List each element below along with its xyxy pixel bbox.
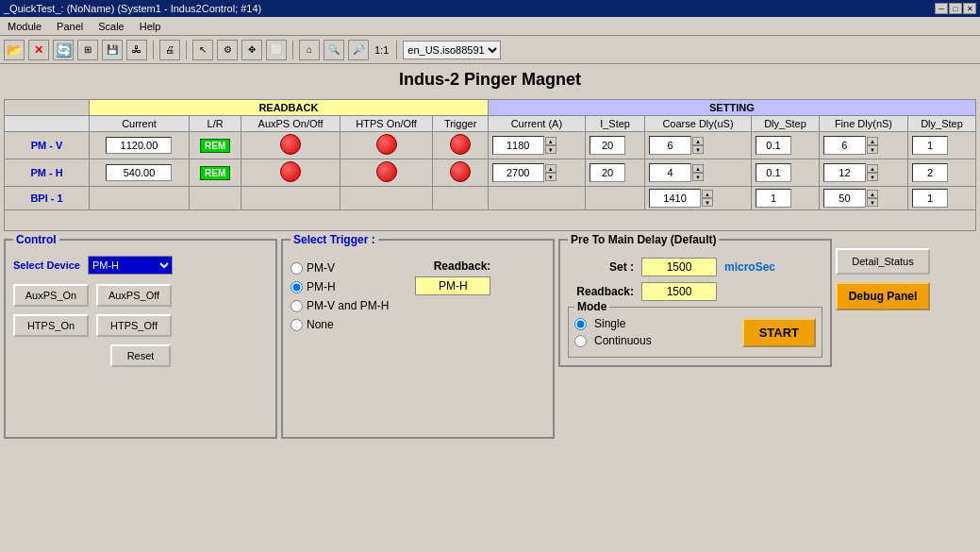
dlystep2-input-bpi1[interactable] <box>912 189 948 208</box>
coarse-down-pmh[interactable]: ▼ <box>692 173 704 181</box>
control-panel-title: Control <box>13 233 59 246</box>
config-button[interactable]: ⚙ <box>217 40 238 60</box>
fine-input-pmh[interactable] <box>823 163 866 182</box>
network-button[interactable]: 🖧 <box>126 40 147 60</box>
fine-arrows-bpi1: ▲ ▼ <box>867 190 878 207</box>
fine-up-pmh[interactable]: ▲ <box>867 164 878 173</box>
fine-down-pmv[interactable]: ▼ <box>867 145 878 154</box>
trigger-none-radio[interactable] <box>291 319 303 331</box>
fine-down-pmh[interactable]: ▼ <box>867 173 878 181</box>
open-button[interactable]: 📂 <box>4 40 25 60</box>
save-button[interactable]: 💾 <box>102 40 123 60</box>
istep-input-pmv[interactable] <box>590 136 625 155</box>
current-up-pmh[interactable]: ▲ <box>545 164 556 173</box>
trigger-readback-value: PM-H <box>415 276 490 295</box>
grid-button[interactable]: ⊞ <box>77 40 98 60</box>
device-select[interactable]: PM-H PM-V BPI-1 <box>88 256 173 275</box>
trigger-pmh <box>433 159 488 187</box>
current-input-pmh[interactable] <box>106 164 172 181</box>
trigger-panel-title: Select Trigger : <box>291 233 378 246</box>
coarse-up-pmh[interactable]: ▲ <box>692 164 704 173</box>
trigger-pmv-radio[interactable] <box>291 262 303 275</box>
locale-select[interactable]: en_US.iso88591 <box>403 41 501 59</box>
menu-module[interactable]: Module <box>4 21 45 32</box>
htps-on-button[interactable]: HTPS_On <box>13 314 89 337</box>
current-input-pmv[interactable] <box>106 137 172 154</box>
fine-input-pmv[interactable] <box>823 136 866 155</box>
menu-scale[interactable]: Scale <box>94 21 128 32</box>
dlystep2-pmh <box>907 159 975 187</box>
window-button[interactable]: ⬜ <box>266 40 287 60</box>
coarse-up-bpi1[interactable]: ▲ <box>702 190 713 198</box>
start-button[interactable]: START <box>742 318 816 347</box>
close-button[interactable]: ✕ <box>963 3 976 14</box>
dlystep1-pmh <box>751 159 819 187</box>
zoom-in-button[interactable]: 🔍 <box>324 40 344 60</box>
menu-help[interactable]: Help <box>136 21 165 32</box>
delay-readback-input[interactable] <box>641 282 717 301</box>
table-row: BPI - 1 ▲ ▼ <box>5 187 976 210</box>
col-coarse: Coarse Dly(uS) <box>645 116 752 132</box>
auxps-off-button[interactable]: AuxPS_Off <box>96 284 172 307</box>
debug-panel-button[interactable]: Debug Panel <box>836 282 930 310</box>
home-button[interactable]: ⌂ <box>299 40 320 60</box>
current-set-input-pmv[interactable] <box>492 136 544 155</box>
detail-status-button[interactable]: Detail_Status <box>836 248 930 275</box>
trigger-readback-label: Readback: <box>434 259 491 273</box>
coarse-input-pmh[interactable] <box>649 163 691 182</box>
trigger-none-label: None <box>307 318 334 331</box>
maximize-button[interactable]: □ <box>949 3 962 14</box>
auxps-on-button[interactable]: AuxPS_On <box>13 284 89 307</box>
single-radio[interactable] <box>574 318 587 330</box>
trigger-bpi1 <box>433 187 488 210</box>
fine-up-bpi1[interactable]: ▲ <box>867 190 878 198</box>
print-button[interactable]: 🖨 <box>159 40 180 60</box>
title-bar: _QuickTest_: (NoName) (System1 - Indus2C… <box>0 0 980 17</box>
trigger-pmh-radio[interactable] <box>291 281 303 293</box>
select-device-row: Select Device PM-H PM-V BPI-1 <box>13 256 268 275</box>
current-spinbox-pmv: ▲ ▼ <box>492 136 581 155</box>
continuous-mode-row: Continuous <box>574 334 652 347</box>
move-button[interactable]: ✥ <box>241 40 262 60</box>
dlystep2-input-pmh[interactable] <box>912 163 948 182</box>
col-lr: L/R <box>189 116 241 132</box>
trigger-both-radio[interactable] <box>291 300 303 312</box>
istep-input-pmh[interactable] <box>590 163 625 182</box>
current-set-input-pmh[interactable] <box>492 163 544 182</box>
current-up-pmv[interactable]: ▲ <box>545 137 556 145</box>
continuous-radio[interactable] <box>574 335 587 347</box>
coarse-input-pmv[interactable] <box>649 136 691 155</box>
coarse-down-pmv[interactable]: ▼ <box>692 145 704 154</box>
dlystep1-input-bpi1[interactable] <box>756 189 791 208</box>
trigger-pmv-option: PM-V <box>291 261 389 275</box>
col-iStep: I_Step <box>586 116 645 132</box>
fine-down-bpi1[interactable]: ▼ <box>867 198 878 207</box>
auxps-bpi1 <box>241 187 340 210</box>
fine-input-bpi1[interactable] <box>823 189 866 208</box>
delay-set-row: Set : microSec <box>568 258 822 276</box>
coarse-input-bpi1[interactable] <box>649 189 701 208</box>
current-down-pmh[interactable]: ▼ <box>545 173 556 181</box>
stop-button[interactable]: ✕ <box>28 40 49 60</box>
mode-title: Mode <box>574 300 609 313</box>
trigger-none-option: None <box>291 318 389 331</box>
fine-up-pmv[interactable]: ▲ <box>867 137 878 145</box>
current-readback-pmv <box>90 132 190 159</box>
fine-bpi1: ▲ ▼ <box>819 187 907 210</box>
minimize-button[interactable]: ─ <box>935 3 948 14</box>
current-down-pmv[interactable]: ▼ <box>545 145 556 154</box>
reset-button[interactable]: Reset <box>110 344 172 367</box>
coarse-up-pmv[interactable]: ▲ <box>692 137 704 145</box>
dlystep1-input-pmv[interactable] <box>756 136 791 155</box>
htps-off-button[interactable]: HTPS_Off <box>96 314 172 337</box>
zoom-level: 1:1 <box>374 44 389 56</box>
menu-panel[interactable]: Panel <box>53 21 87 32</box>
dlystep2-input-pmv[interactable] <box>912 136 948 155</box>
refresh-button[interactable]: 🔄 <box>53 40 74 60</box>
setting-header: SETTING <box>488 100 975 116</box>
coarse-down-bpi1[interactable]: ▼ <box>702 198 713 207</box>
cursor-button[interactable]: ↖ <box>192 40 213 60</box>
dlystep1-input-pmh[interactable] <box>756 163 791 182</box>
delay-set-input[interactable] <box>641 258 717 276</box>
zoom-out-button[interactable]: 🔎 <box>348 40 369 60</box>
